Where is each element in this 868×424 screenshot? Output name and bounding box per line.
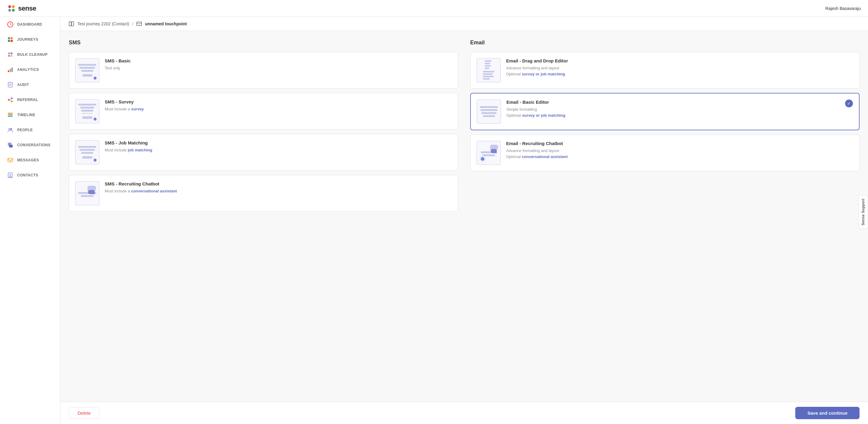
card-sms-basic[interactable]: SMS - Basic Text only: [69, 52, 458, 89]
sms-job-matching-title: SMS - Job Matching: [105, 140, 452, 145]
sms-survey-link[interactable]: survey: [131, 107, 144, 111]
svg-rect-12: [10, 55, 12, 57]
save-continue-button[interactable]: Save and continue: [795, 407, 860, 419]
sms-basic-desc: Text only: [105, 65, 452, 71]
svg-rect-31: [9, 145, 13, 148]
sms-survey-thumbnail: [75, 99, 99, 123]
analytics-icon: [7, 66, 13, 73]
breadcrumb-journey: Test journey 2202 (Contact): [77, 22, 129, 26]
sms-chatbot-thumbnail: [75, 181, 99, 205]
sidebar-label-people: PEOPLE: [17, 128, 33, 132]
card-sms-survey[interactable]: SMS - Survey Must include a survey: [69, 93, 458, 130]
sidebar-label-conversations: CONVERSATIONS: [17, 143, 51, 147]
breadcrumb-separator: /: [132, 21, 133, 27]
sidebar-item-dashboard[interactable]: DASHBOARD: [0, 17, 60, 32]
sms-chatbot-desc: Must include a conversational assistant: [105, 188, 452, 194]
sms-basic-title: SMS - Basic: [105, 58, 452, 63]
svg-rect-27: [8, 116, 13, 117]
svg-rect-10: [10, 53, 12, 54]
sidebar-item-messages[interactable]: MESSAGES: [0, 153, 60, 168]
sidebar-item-analytics[interactable]: ANALYTICS: [0, 62, 60, 77]
email-chatbot-thumbnail: [476, 141, 501, 165]
svg-point-2: [8, 9, 11, 11]
sms-job-matching-desc: Must include job matching: [105, 147, 452, 153]
email-chatbot-title: Email - Recruiting Chatbot: [506, 141, 853, 146]
svg-rect-5: [8, 37, 10, 39]
sidebar-item-journeys[interactable]: JOURNEYS: [0, 32, 60, 47]
sidebar-label-audit: AUDIT: [17, 83, 29, 87]
main-layout: DASHBOARD JOURNEYS: [0, 17, 868, 424]
svg-point-29: [10, 128, 12, 130]
user-name: Rajesh Basavaraju: [825, 6, 861, 11]
card-sms-recruiting-chatbot[interactable]: SMS - Recruiting Chatbot Must include a …: [69, 175, 458, 212]
svg-rect-14: [10, 69, 11, 72]
svg-rect-15: [11, 68, 13, 72]
sidebar-item-contacts[interactable]: CONTACTS: [0, 168, 60, 183]
email-drag-drop-desc1: Advance formatting and layout: [506, 65, 853, 71]
content-area: Test journey 2202 (Contact) / unnamed to…: [60, 17, 868, 424]
contacts-icon: [7, 172, 13, 178]
sidebar-item-conversations[interactable]: CONVERSATIONS: [0, 137, 60, 153]
email-section-title: Email: [470, 39, 860, 46]
breadcrumb: Test journey 2202 (Contact) / unnamed to…: [60, 17, 868, 31]
sidebar: DASHBOARD JOURNEYS: [0, 17, 60, 424]
email-chatbot-link[interactable]: conversational assistant: [522, 154, 568, 159]
card-email-drag-drop[interactable]: Email - Drag and Drop Editor Advance for…: [470, 52, 860, 89]
journey-icon: [69, 22, 74, 26]
sidebar-item-bulk-cleanup[interactable]: BULK CLEANUP: [0, 47, 60, 62]
sidebar-label-contacts: CONTACTS: [17, 173, 38, 177]
svg-rect-37: [137, 22, 142, 26]
sidebar-item-referral[interactable]: REFERRAL: [0, 92, 60, 107]
footer-bar: Delete Save and continue: [60, 402, 868, 424]
card-email-basic[interactable]: Email - Basic Editor Simple formatting O…: [470, 93, 860, 130]
email-drag-drop-desc2: Optional survey or job matching: [506, 71, 853, 77]
bulk-cleanup-icon: [7, 51, 13, 58]
svg-rect-25: [8, 113, 13, 114]
svg-rect-35: [69, 22, 71, 26]
sms-job-matching-thumbnail: [75, 140, 99, 164]
svg-point-21: [11, 97, 13, 99]
card-sms-job-matching[interactable]: SMS - Job Matching Must include job matc…: [69, 134, 458, 171]
svg-point-0: [8, 5, 11, 8]
breadcrumb-touchpoint: unnamed touchpoint: [145, 22, 187, 26]
email-basic-desc1: Simple formatting: [506, 106, 840, 112]
sms-chatbot-link[interactable]: conversational assistant: [131, 189, 177, 193]
people-icon: [7, 127, 13, 133]
sidebar-item-audit[interactable]: AUDIT: [0, 77, 60, 92]
email-basic-thumbnail: [477, 99, 501, 124]
touchpoint-email-icon: [136, 22, 142, 26]
card-email-recruiting-chatbot[interactable]: Email - Recruiting Chatbot Advance forma…: [470, 134, 860, 171]
sidebar-label-bulk-cleanup: BULK CLEANUP: [17, 53, 48, 57]
logo-area: sense: [7, 4, 36, 13]
messages-icon: [7, 157, 13, 163]
svg-rect-6: [10, 37, 13, 39]
two-col-layout: SMS SMS - Basic Te: [69, 39, 860, 216]
logo-icon: [7, 4, 16, 13]
email-basic-link[interactable]: survey or job matching: [522, 113, 565, 118]
audit-icon: [7, 81, 13, 88]
email-drag-drop-link[interactable]: survey or job matching: [522, 72, 565, 76]
main-content: SMS SMS - Basic Te: [60, 31, 868, 424]
sidebar-label-referral: REFERRAL: [17, 98, 38, 102]
logo-text: sense: [18, 4, 36, 12]
sidebar-label-timeline: TIMELINE: [17, 113, 35, 117]
svg-point-20: [8, 99, 10, 101]
sms-survey-title: SMS - Survey: [105, 99, 452, 104]
sms-column: SMS SMS - Basic Te: [69, 39, 458, 216]
email-drag-drop-thumbnail: [476, 58, 501, 82]
svg-rect-13: [8, 70, 9, 72]
svg-rect-9: [8, 53, 10, 54]
sidebar-item-timeline[interactable]: TIMELINE: [0, 107, 60, 123]
delete-button[interactable]: Delete: [69, 407, 99, 419]
email-column: Email: [470, 39, 860, 216]
email-chatbot-desc1: Advance formatting and layout: [506, 148, 853, 154]
svg-rect-8: [10, 40, 13, 42]
sms-section-title: SMS: [69, 39, 458, 46]
svg-point-1: [12, 5, 15, 8]
svg-point-28: [8, 128, 10, 130]
sms-chatbot-title: SMS - Recruiting Chatbot: [105, 181, 452, 186]
email-chatbot-desc2: Optional conversational assistant: [506, 154, 853, 160]
sense-support-tab[interactable]: Sense Support: [858, 195, 868, 229]
sidebar-item-people[interactable]: PEOPLE: [0, 123, 60, 137]
sms-job-matching-link[interactable]: job matching: [128, 148, 152, 152]
